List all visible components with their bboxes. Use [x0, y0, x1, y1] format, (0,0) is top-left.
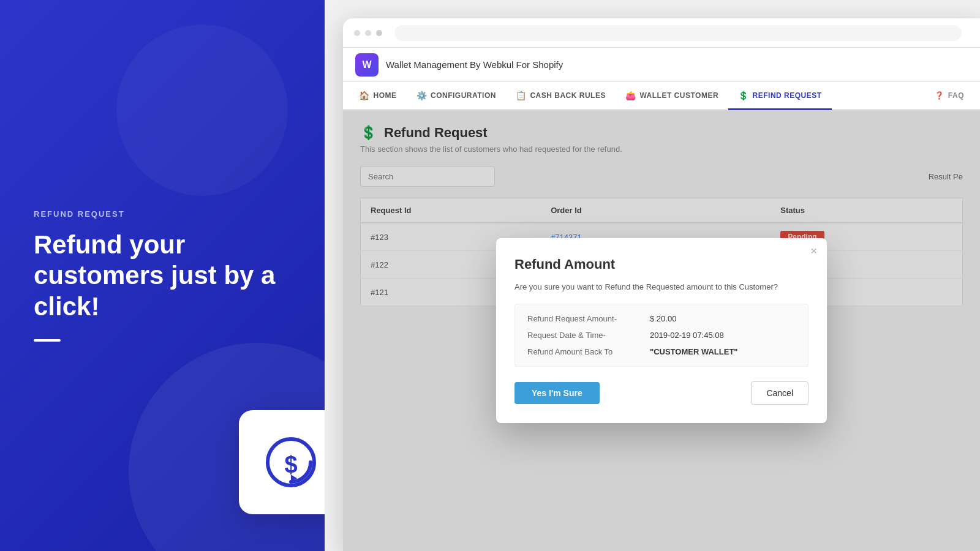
- right-panel: W Wallet Management By Webkul For Shopif…: [325, 0, 980, 551]
- icon-card: $: [239, 410, 325, 514]
- nav-label-refind: REFIND REQUEST: [753, 91, 822, 100]
- nav-item-refind[interactable]: 💲 REFIND REQUEST: [728, 82, 832, 110]
- nav-label-cashback: CASH BACK RULES: [530, 91, 606, 100]
- cashback-icon: 📋: [516, 91, 527, 100]
- detail-value-refundto: "CUSTOMER WALLET": [650, 347, 738, 356]
- left-panel: REFUND REQUEST Refund your customers jus…: [0, 0, 325, 551]
- detail-label-amount: Refund Request Amount-: [527, 314, 650, 323]
- browser-dot-1: [354, 30, 360, 36]
- detail-label-datetime: Request Date & Time-: [527, 331, 650, 340]
- modal-overlay: × Refund Amount Are you sure you want to…: [343, 110, 980, 551]
- modal-title: Refund Amount: [514, 257, 809, 272]
- wallet-icon: 👛: [625, 91, 636, 100]
- app-header: W Wallet Management By Webkul For Shopif…: [343, 48, 980, 82]
- modal: × Refund Amount Are you sure you want to…: [496, 238, 827, 423]
- nav-item-home[interactable]: 🏠 HOME: [349, 82, 407, 110]
- detail-row-datetime: Request Date & Time- 2019-02-19 07:45:08: [527, 331, 796, 340]
- nav-label-faq: FAQ: [948, 91, 964, 100]
- browser-topbar: [343, 18, 980, 48]
- modal-close-button[interactable]: ×: [810, 246, 817, 257]
- browser-chrome: W Wallet Management By Webkul For Shopif…: [343, 18, 980, 551]
- nav-item-faq[interactable]: ❓ FAQ: [925, 82, 974, 110]
- browser-url-bar: [394, 25, 962, 41]
- detail-label-refundto: Refund Amount Back To: [527, 347, 650, 356]
- faq-question-icon: ❓: [935, 91, 944, 100]
- dollar-refund-icon: $: [260, 432, 322, 493]
- nav-label-wallet: WALLET CUSTOMER: [639, 91, 718, 100]
- nav-bar: 🏠 HOME ⚙️ CONFIGURATION 📋 CASH BACK RULE…: [343, 82, 980, 110]
- left-eyebrow: REFUND REQUEST: [34, 209, 291, 219]
- refind-icon: 💲: [738, 91, 749, 100]
- nav-label-configuration: CONFIGURATION: [431, 91, 496, 100]
- browser-dot-3: [376, 30, 382, 36]
- left-heading: Refund your customers just by a click!: [34, 230, 291, 322]
- browser-dot-2: [365, 30, 371, 36]
- svg-text:$: $: [284, 452, 297, 478]
- nav-item-wallet[interactable]: 👛 WALLET CUSTOMER: [616, 82, 728, 110]
- app-logo: W: [355, 53, 379, 77]
- modal-actions: Yes I'm Sure Cancel: [514, 381, 809, 405]
- nav-item-configuration[interactable]: ⚙️ CONFIGURATION: [407, 82, 506, 110]
- config-icon: ⚙️: [417, 91, 428, 100]
- app-title: Wallet Management By Webkul For Shopify: [386, 59, 563, 70]
- nav-item-cashback[interactable]: 📋 CASH BACK RULES: [506, 82, 616, 110]
- confirm-button[interactable]: Yes I'm Sure: [514, 382, 600, 404]
- left-divider: [34, 339, 61, 342]
- modal-details: Refund Request Amount- $ 20.00 Request D…: [514, 304, 809, 367]
- detail-row-refundto: Refund Amount Back To "CUSTOMER WALLET": [527, 347, 796, 356]
- detail-value-amount: $ 20.00: [650, 314, 676, 323]
- detail-value-datetime: 2019-02-19 07:45:08: [650, 331, 724, 340]
- home-icon: 🏠: [359, 91, 370, 100]
- nav-label-home: HOME: [374, 91, 397, 100]
- detail-row-amount: Refund Request Amount- $ 20.00: [527, 314, 796, 323]
- page-content: 💲 Refund Request This section shows the …: [343, 110, 980, 551]
- cancel-button[interactable]: Cancel: [751, 381, 809, 405]
- modal-question: Are you sure you want to Refund the Requ…: [514, 282, 809, 291]
